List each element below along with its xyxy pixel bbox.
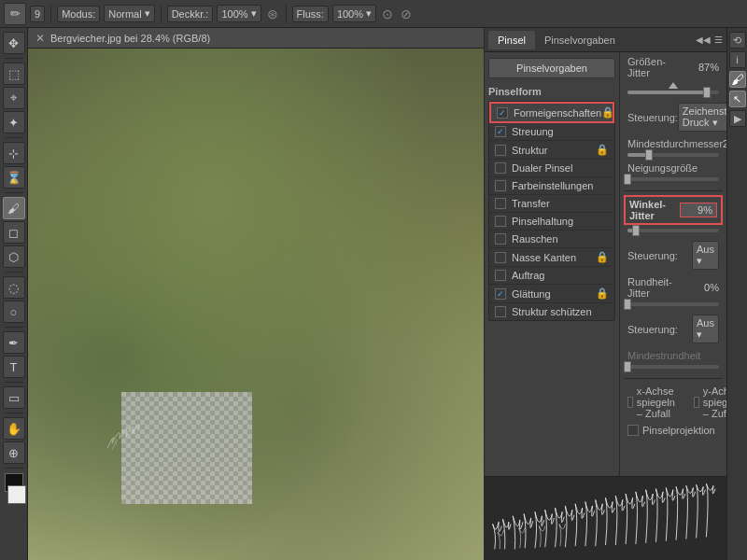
steuerung3-row: Steuerung: Aus ▾ [624, 312, 723, 346]
marquee-tool[interactable]: ⬚ [3, 63, 25, 85]
prop-checkbox-7[interactable] [495, 233, 506, 245]
mindestrundheit-slider-thumb[interactable] [624, 361, 631, 372]
hand-tool[interactable]: ✋ [3, 417, 25, 440]
groessen-slider-track[interactable] [627, 91, 719, 94]
flow-control[interactable]: 100% ▾ [332, 5, 376, 22]
winkel-jitter-value[interactable]: 9% [680, 203, 717, 217]
canvas-content[interactable] [28, 49, 484, 560]
rundheit-slider-thumb[interactable] [624, 299, 631, 310]
mindest-slider-track[interactable] [627, 153, 719, 157]
cursor-icon[interactable]: ↖ [729, 91, 746, 107]
prop-item-11[interactable]: Struktur schützen [489, 303, 614, 320]
winkel-slider-thumb[interactable] [632, 225, 640, 236]
prop-item-6[interactable]: Pinselhaltung [489, 213, 614, 231]
steuerung2-value: Aus [697, 244, 714, 255]
prop-checkbox-4[interactable] [495, 180, 506, 191]
crop-tool[interactable]: ⊹ [3, 142, 25, 164]
neigungs-slider-track[interactable] [627, 177, 719, 181]
shape-tool[interactable]: ▭ [3, 386, 25, 409]
x-achse-label: x-Achse spiegeln – Zufall [637, 385, 681, 419]
image-canvas[interactable] [28, 49, 484, 560]
mode-select[interactable]: Normal ▾ [104, 5, 154, 22]
brush-tool-btn[interactable]: 🖌 [3, 197, 25, 219]
brush-preview-area [485, 476, 726, 560]
prop-item-1[interactable]: Streuung [489, 123, 614, 141]
groessen-jitter-value: 87% [682, 62, 719, 73]
x-achse-item[interactable]: x-Achse spiegeln – Zufall [627, 385, 681, 419]
eyedropper-tool[interactable]: ⌛ [3, 166, 25, 189]
paint-bucket-tool[interactable]: ⬡ [3, 245, 25, 268]
x-achse-checkbox[interactable] [627, 397, 633, 408]
mode-value: Normal [108, 8, 141, 20]
mindestrundheit-slider-track[interactable] [627, 365, 719, 369]
groessen-slider-thumb[interactable] [703, 87, 711, 98]
prop-item-8[interactable]: Nasse Kanten🔒 [489, 248, 614, 267]
y-achse-label: y-Achse spiegeln – Zufall [703, 385, 726, 419]
winkel-slider[interactable] [624, 229, 723, 238]
rundheit-slider-track[interactable] [627, 302, 719, 306]
close-tab-btn[interactable]: ✕ [35, 32, 45, 45]
tab-pinsel[interactable]: Pinsel [488, 31, 535, 49]
neigungs-slider-thumb[interactable] [624, 174, 631, 185]
mindestrundheit-slider[interactable] [624, 365, 723, 374]
zoom-tool[interactable]: ⊕ [3, 441, 25, 464]
lasso-tool[interactable]: ⌖ [3, 87, 25, 109]
text-tool[interactable]: T [3, 356, 25, 378]
groessen-slider[interactable] [624, 91, 723, 100]
y-achse-item[interactable]: y-Achse spiegeln – Zufall [694, 385, 726, 419]
prop-item-4[interactable]: Farbeinstellungen [489, 177, 614, 195]
prop-item-2[interactable]: Struktur🔒 [489, 141, 614, 160]
panel-menu-btn[interactable]: ☰ [714, 35, 723, 45]
pinselprojektion-checkbox[interactable] [627, 425, 639, 436]
prop-checkbox-6[interactable] [495, 216, 506, 227]
history-icon[interactable]: ⟲ [729, 32, 746, 49]
steuerung1-value: Zeichenstift-Druck [683, 105, 726, 128]
mindest-slider-thumb[interactable] [645, 149, 653, 161]
opacity-control[interactable]: 100% ▾ [217, 5, 261, 22]
y-achse-checkbox[interactable] [694, 397, 699, 408]
info-icon[interactable]: i [729, 51, 746, 68]
prop-checkbox-0[interactable] [497, 107, 508, 119]
rundheit-slider[interactable] [624, 302, 723, 312]
steuerung1-select[interactable]: Zeichenstift-Druck ▾ [678, 103, 726, 132]
steuerung3-value: Aus [697, 317, 714, 329]
prop-checkbox-9[interactable] [495, 270, 506, 281]
prop-item-5[interactable]: Transfer [489, 195, 614, 213]
pinselprojektion-item[interactable]: Pinselprojektion [627, 425, 715, 436]
prop-item-3[interactable]: Dualer Pinsel [489, 160, 614, 177]
panel-expand-icon[interactable]: ▶ [729, 110, 746, 127]
tab-pinselvorgaben[interactable]: Pinselvorgaben [535, 31, 625, 49]
prop-item-0[interactable]: Formeigenschaften🔒 [489, 102, 614, 123]
prop-checkbox-8[interactable] [495, 252, 506, 263]
prop-checkbox-10[interactable] [495, 288, 506, 300]
panel-arrow-left[interactable]: ◀◀ [696, 35, 711, 45]
prop-checkbox-2[interactable] [495, 145, 506, 156]
move-tool[interactable]: ✥ [3, 32, 25, 54]
eraser-tool[interactable]: ◻ [3, 221, 25, 244]
dodge-tool[interactable]: ○ [3, 301, 25, 323]
mode-label: Modus: [57, 6, 100, 22]
neigungs-slider[interactable] [624, 177, 723, 187]
prop-checkbox-5[interactable] [495, 198, 506, 209]
prop-item-7[interactable]: Rauschen [489, 231, 614, 248]
toolbar-separator-3 [286, 5, 287, 23]
mindest-slider[interactable] [624, 153, 723, 162]
blur-tool[interactable]: ◌ [3, 276, 25, 299]
pen-tool[interactable]: ✒ [3, 331, 25, 354]
steuerung3-select[interactable]: Aus ▾ [692, 315, 719, 343]
prop-checkbox-1[interactable] [495, 126, 506, 137]
pinselvorgaben-btn[interactable]: Pinselvorgaben [488, 58, 615, 78]
steuerung2-select[interactable]: Aus ▾ [692, 241, 719, 270]
prop-checkbox-11[interactable] [495, 306, 506, 317]
wand-tool[interactable]: ✦ [3, 111, 25, 133]
background-color[interactable] [7, 485, 26, 504]
brush-settings-icon[interactable]: 🖌 [729, 71, 746, 88]
prop-label-11: Struktur schützen [512, 306, 609, 317]
prop-checkbox-3[interactable] [495, 162, 506, 174]
brush-size-control[interactable]: 9 [30, 6, 45, 22]
panel-menu-arrows[interactable]: ◀◀ ☰ [696, 35, 723, 45]
brush-tool-icon[interactable]: ✏ [4, 3, 26, 25]
prop-item-9[interactable]: Auftrag [489, 267, 614, 285]
prop-item-10[interactable]: Glättung🔒 [489, 285, 614, 303]
winkel-slider-track[interactable] [627, 229, 719, 232]
